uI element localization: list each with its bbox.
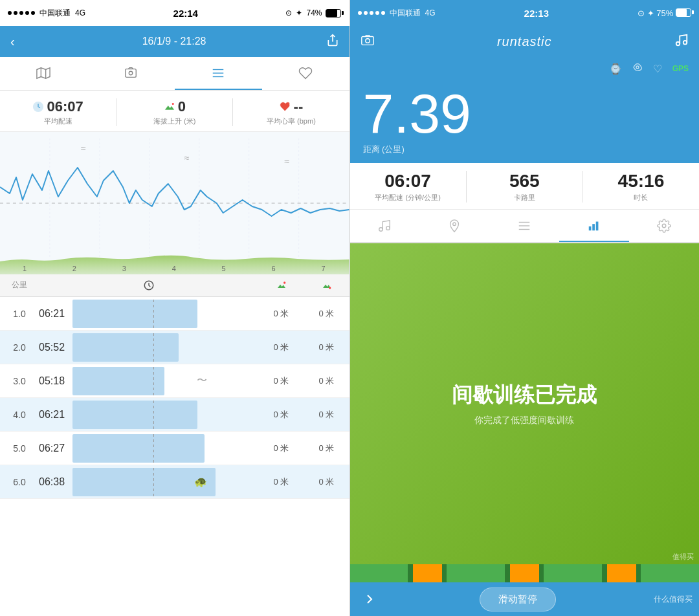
svg-point-31 xyxy=(636,66,639,69)
svg-point-28 xyxy=(365,38,369,42)
svg-point-26 xyxy=(329,287,331,289)
slide-label: 滑动暂停 xyxy=(498,593,537,604)
tab-photo[interactable] xyxy=(87,57,175,90)
battery-pct-right: 75% xyxy=(656,8,673,18)
prog-seg-1 xyxy=(350,564,408,582)
lap-time-cell-3: 05:18 〜 xyxy=(39,367,259,395)
lap-bar-fill-3 xyxy=(72,367,164,395)
signal-area-left: 中国联通 4G xyxy=(8,8,85,19)
map-icon xyxy=(36,66,50,80)
music-icon-header[interactable] xyxy=(674,33,689,50)
svg-point-6 xyxy=(172,103,173,105)
route-icon xyxy=(632,62,643,75)
lap-row: 3.0 05:18 〜 0 米 0 米 xyxy=(0,364,350,398)
prog-seg-6 xyxy=(607,564,636,582)
lap-time-val-1: 06:21 xyxy=(39,308,65,320)
rdot3 xyxy=(370,11,373,15)
svg-point-34 xyxy=(453,223,456,226)
dot2 xyxy=(14,11,17,15)
action-left-area[interactable] xyxy=(350,591,389,607)
lap-row: 6.0 06:38 🐢 0 米 0 米 xyxy=(0,465,350,499)
left-panel: 中国联通 4G 22:14 ⊙ ✦ 74% ‹ 16/1/9 - 21:28 xyxy=(0,0,350,616)
chart-svg: 1 2 3 4 5 6 7 ≈ ≈ ≈ xyxy=(0,132,350,274)
metric-pace-val: 06:07 xyxy=(350,171,466,192)
stat-pace-label: 平均配速 xyxy=(0,116,116,126)
network-right: 4G xyxy=(425,8,436,17)
metric-cal-val: 565 xyxy=(467,171,582,192)
heart-icon-secondary: ♡ xyxy=(653,63,662,75)
dot1 xyxy=(8,11,12,15)
col-elev-up xyxy=(259,280,304,291)
tab-map[interactable] xyxy=(0,57,87,90)
lap-dashed-3 xyxy=(153,367,154,395)
metric-duration: 45:16 时长 xyxy=(583,171,699,203)
prog-seg-3 xyxy=(447,564,505,582)
heart-icon xyxy=(298,66,313,80)
lap-table[interactable]: 公里 1.0 xyxy=(0,274,350,616)
lap-bar-fill-1 xyxy=(72,300,197,328)
play-icon xyxy=(362,591,377,607)
lap-bar-fill-4 xyxy=(72,401,197,429)
svg-rect-27 xyxy=(361,36,373,45)
music-nav-icon xyxy=(377,219,392,233)
lap-time-val-2: 05:52 xyxy=(39,342,65,353)
stat-elev-value: 0 xyxy=(116,98,232,115)
svg-point-33 xyxy=(386,226,390,230)
prog-gap-6 xyxy=(636,564,641,582)
stat-elevation: 0 海拔上升 (米) xyxy=(116,98,233,126)
battery-fill-left xyxy=(326,10,337,17)
lap-km-6: 6.0 xyxy=(0,477,39,487)
location-icon: ⊙ xyxy=(285,8,292,17)
nav-settings[interactable] xyxy=(629,210,699,242)
lap-time-cell-1: 06:21 xyxy=(39,300,259,328)
lap-dashed-4 xyxy=(153,401,154,429)
svg-point-25 xyxy=(283,281,285,283)
battery-pct-left: 74% xyxy=(306,8,322,17)
tab-heart[interactable] xyxy=(262,57,350,90)
elev-up-icon xyxy=(276,280,287,291)
chart-area: 1 2 3 4 5 6 7 ≈ ≈ ≈ xyxy=(0,132,350,274)
back-button[interactable]: ‹ xyxy=(10,34,15,49)
prog-seg-2 xyxy=(413,564,442,582)
camera-icon[interactable] xyxy=(361,33,375,50)
nav-music[interactable] xyxy=(350,210,420,242)
action-middle-area[interactable]: 滑动暂停 xyxy=(389,588,648,611)
lap-time-val-4: 06:21 xyxy=(39,409,65,421)
lap-dashed-6 xyxy=(153,468,154,496)
nav-tabs-left xyxy=(0,57,350,91)
lap-bar-5 xyxy=(70,434,258,463)
lap-row: 2.0 05:52 0 米 0 米 xyxy=(0,331,350,364)
nav-chart[interactable] xyxy=(559,210,629,242)
svg-text:4: 4 xyxy=(172,265,176,272)
lap-elev1-2: 0 米 xyxy=(259,342,304,353)
slide-pause-button[interactable]: 滑动暂停 xyxy=(480,588,556,611)
svg-text:1: 1 xyxy=(23,265,27,272)
prog-seg-5 xyxy=(544,564,602,582)
swim-icon: 〜 xyxy=(197,374,207,388)
lap-row: 4.0 06:21 0 米 0 米 xyxy=(0,398,350,432)
stat-heart: -- 平均心率 (bpm) xyxy=(233,98,349,126)
nav-list[interactable] xyxy=(489,210,559,242)
lap-bar-1 xyxy=(70,300,258,328)
metric-calories: 565 卡路里 xyxy=(467,171,583,203)
prog-seg-7 xyxy=(641,564,699,582)
stat-pace-value: 06:07 xyxy=(0,98,116,115)
heart-stat-icon xyxy=(280,101,291,113)
bluetooth-icon-r: ✦ xyxy=(647,8,654,18)
lap-row: 5.0 06:27 0 米 0 米 xyxy=(0,432,350,465)
col-km: 公里 xyxy=(0,280,39,291)
watermark-label: 什么值得买 xyxy=(654,594,693,605)
lap-bar-4 xyxy=(70,401,258,429)
lap-km-5: 5.0 xyxy=(0,443,39,454)
share-button[interactable] xyxy=(326,34,339,50)
lap-bar-fill-5 xyxy=(72,434,205,463)
settings-nav-icon xyxy=(657,219,671,233)
carrier-left: 中国联通 xyxy=(39,8,71,19)
elevation-icon xyxy=(164,101,175,113)
tab-stats[interactable] xyxy=(175,57,262,90)
completion-subtitle: 你完成了低强度间歇训练 xyxy=(474,415,574,426)
nav-map[interactable] xyxy=(419,210,489,242)
right-panel: 中国联通 4G 22:13 ⊙ ✦ 75% runtastic xyxy=(350,0,700,616)
signal-area-right: 中国联通 4G xyxy=(358,8,436,19)
completion-area: 间歇训练已完成 你完成了低强度间歇训练 值得买 xyxy=(350,243,700,564)
